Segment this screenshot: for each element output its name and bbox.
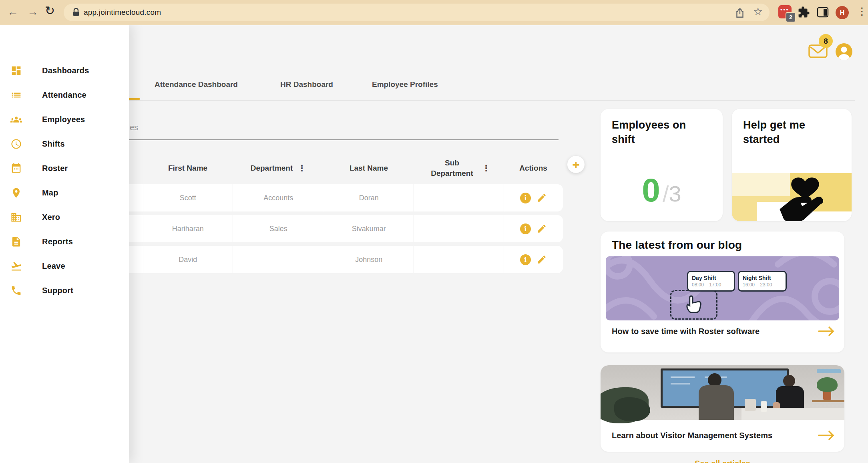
calendar-icon (10, 163, 22, 174)
tab-hr-dashboard[interactable]: HR Dashboard (280, 80, 333, 89)
sidebar-item-shifts[interactable]: Shifts (0, 135, 129, 153)
cell-first-name: David (143, 246, 233, 273)
blog-article-illustration[interactable]: Day Shift 08:00 – 17:00 Night Shift 16:0… (606, 256, 839, 320)
blog-article-link[interactable]: How to save time with Roster software (612, 326, 835, 336)
report-document-icon (10, 236, 22, 248)
arrow-right-icon[interactable] (818, 430, 835, 441)
column-last-name[interactable]: Last Name (324, 164, 414, 173)
column-actions: Actions (504, 164, 563, 173)
blog-article-card[interactable]: Learn about Visitor Management Systems (601, 365, 844, 452)
day-shift-card: Day Shift 08:00 – 17:00 (687, 271, 735, 292)
sidebar-item-dashboards[interactable]: Dashboards (0, 62, 129, 79)
blog-article-caption: How to save time with Roster software (612, 327, 760, 336)
column-first-name[interactable]: First Name (143, 164, 233, 173)
tab-attendance-dashboard[interactable]: Attendance Dashboard (155, 80, 238, 89)
browser-profile-avatar[interactable]: H (836, 6, 849, 19)
edit-pencil-button[interactable] (536, 193, 547, 203)
plane-leave-icon (10, 260, 22, 272)
column-department[interactable]: Department ⋮ (233, 163, 324, 173)
cell-sub-department (414, 215, 504, 242)
url-text[interactable]: app.jointimecloud.com (84, 8, 161, 17)
sidebar-item-roster[interactable]: Roster (0, 159, 129, 177)
cell-last-name: Sivakumar (324, 215, 414, 242)
help-illustration (732, 173, 852, 221)
tab-employee-profiles[interactable]: Employee Profiles (372, 80, 438, 89)
cell-actions: i (504, 215, 563, 242)
reload-icon[interactable]: ↻ (45, 4, 55, 17)
blog-section-card: The latest from our blog Day Shift 08:00… (601, 231, 844, 352)
shift-count: 0 / 3 (601, 171, 723, 209)
extension-badge: 2 (786, 12, 796, 22)
table-header: First Name Department ⋮ Last Name Sub De… (120, 154, 563, 183)
share-icon[interactable] (735, 7, 745, 18)
building-icon (10, 211, 22, 223)
table-row[interactable]: Hariharan Sales Sivakumar i (120, 215, 563, 242)
see-all-articles-link[interactable]: See all articles (601, 459, 844, 463)
blog-article-photo (601, 365, 844, 420)
cell-sub-department (414, 184, 504, 211)
card-title: Employees on shift (612, 118, 704, 147)
table-row[interactable]: Scott Accounts Doran i (120, 184, 563, 211)
phone-support-icon (10, 285, 22, 296)
sidebar-item-support[interactable]: Support (0, 282, 129, 299)
browser-menu-icon[interactable]: ⋮ (857, 5, 867, 18)
table-row[interactable]: David Johnson i (120, 246, 563, 273)
help-get-started-card[interactable]: Help get me started (732, 109, 852, 221)
account-icon[interactable] (835, 42, 853, 61)
url-bar[interactable]: app.jointimecloud.com ☆ (64, 4, 770, 21)
clock-icon (10, 138, 22, 150)
lock-icon (72, 8, 80, 17)
sub-department-menu-icon[interactable]: ⋮ (482, 163, 490, 173)
cell-department: Sales (233, 215, 324, 242)
attendance-list-icon (10, 89, 22, 101)
cell-department (233, 246, 324, 273)
cell-actions: i (504, 246, 563, 273)
mail-badge: 8 (819, 34, 833, 48)
blog-heading: The latest from our blog (612, 238, 742, 252)
clipped-search-text[interactable]: es (130, 123, 138, 132)
night-shift-card: Night Shift 16:00 – 23:00 (738, 271, 787, 292)
sidebar-item-employees[interactable]: Employees (0, 111, 129, 128)
dashboards-icon (10, 65, 22, 76)
cell-department: Accounts (233, 184, 324, 211)
tabs-divider (124, 100, 855, 101)
cell-first-name: Scott (143, 184, 233, 211)
shift-count-total: 3 (669, 181, 681, 207)
shift-count-current: 0 (642, 171, 660, 209)
browser-chrome: ← → ↻ app.jointimecloud.com ☆ ••• 2 H ⋮ (0, 0, 868, 25)
side-panel-icon[interactable] (817, 7, 829, 18)
employees-on-shift-card: Employees on shift 0 / 3 (601, 109, 723, 221)
sidebar-item-map[interactable]: Map (0, 184, 129, 201)
cell-last-name: Doran (324, 184, 414, 211)
department-menu-icon[interactable]: ⋮ (297, 163, 306, 173)
back-icon[interactable]: ← (7, 6, 18, 18)
cell-last-name: Johnson (324, 246, 414, 273)
cell-actions: i (504, 184, 563, 211)
bookmark-star-icon[interactable]: ☆ (753, 5, 763, 18)
cell-sub-department (414, 246, 504, 273)
sidebar-item-attendance[interactable]: Attendance (0, 86, 129, 104)
edit-pencil-button[interactable] (536, 254, 547, 265)
sidebar-item-reports[interactable]: Reports (0, 233, 129, 250)
edit-pencil-button[interactable] (536, 223, 547, 234)
info-button[interactable]: i (520, 193, 531, 203)
forward-icon[interactable]: → (27, 6, 38, 18)
info-button[interactable]: i (520, 254, 531, 265)
info-button[interactable]: i (520, 223, 531, 234)
add-column-button[interactable]: + (567, 156, 585, 173)
blog-article-link[interactable]: Learn about Visitor Management Systems (612, 430, 835, 441)
employees-group-icon (10, 114, 22, 125)
column-sub-department[interactable]: Sub Department ⋮ (414, 158, 504, 179)
cell-first-name: Hariharan (143, 215, 233, 242)
sidebar: Dashboards Attendance Employees Shifts R… (0, 25, 129, 463)
extensions-puzzle-icon[interactable] (798, 6, 810, 18)
card-title: Help get me started (743, 118, 823, 147)
hand-cursor-icon (684, 293, 703, 314)
sidebar-item-xero[interactable]: Xero (0, 208, 129, 226)
sidebar-item-leave[interactable]: Leave (0, 257, 129, 275)
app-screenshot: ← → ↻ app.jointimecloud.com ☆ ••• 2 H ⋮ (0, 0, 868, 463)
search-underline (124, 139, 559, 140)
arrow-right-icon[interactable] (818, 326, 835, 336)
map-pin-icon (10, 187, 22, 199)
blog-article-caption: Learn about Visitor Management Systems (612, 431, 772, 440)
